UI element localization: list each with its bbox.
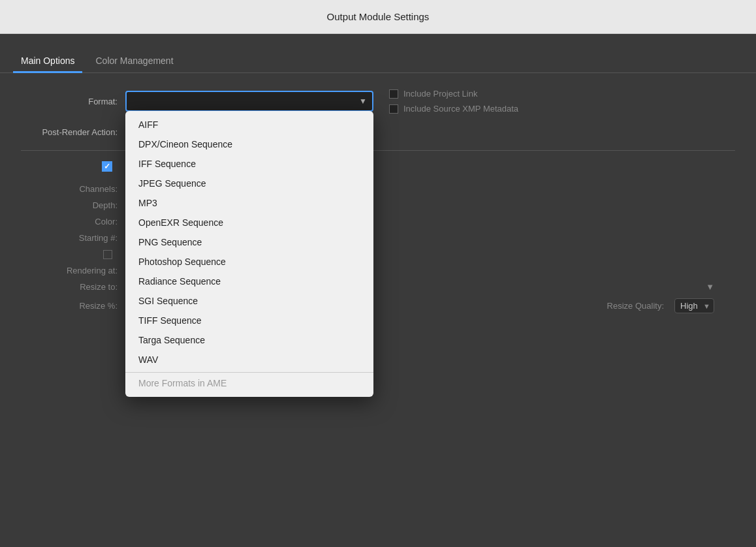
resize-quality-label: Resize Quality: [607,301,664,311]
format-dropdown-overlay: AIFF DPX/Cineon Sequence IFF Sequence JP… [125,111,373,397]
include-project-link-row: Include Project Link [389,89,518,99]
include-project-link-checkbox[interactable] [389,89,398,99]
resize-to-arrow: ▼ [706,282,714,292]
depth-label: Depth: [21,200,125,210]
dropdown-item-photoshop[interactable]: Photoshop Sequence [125,252,373,272]
dropdown-item-sgi[interactable]: SGI Sequence [125,291,373,311]
starting-num-label: Starting #: [21,233,125,243]
include-source-xmp-label: Include Source XMP Metadata [403,104,518,114]
dropdown-item-aiff[interactable]: AIFF [125,115,373,134]
dropdown-item-ame[interactable]: More Formats in AME [125,372,373,393]
video-output-checkbox[interactable]: ✓ [102,161,112,172]
include-source-xmp-checkbox[interactable] [389,104,398,114]
dropdown-item-jpeg[interactable]: JPEG Sequence [125,174,373,193]
right-options: Include Project Link Include Source XMP … [389,89,518,114]
window-title: Output Module Settings [327,11,430,22]
settings-panel: Format: ▼ Include Project Link Include S… [0,73,756,329]
format-dropdown-container: ▼ [125,91,373,112]
dropdown-item-tiff[interactable]: TIFF Sequence [125,311,373,330]
dropdown-item-mp3[interactable]: MP3 [125,193,373,213]
color-label: Color: [21,217,125,227]
include-source-xmp-row: Include Source XMP Metadata [389,104,518,114]
dropdown-item-targa[interactable]: Targa Sequence [125,330,373,350]
format-select[interactable] [125,91,373,112]
tab-main-options[interactable]: Main Options [13,50,82,73]
resize-quality-select[interactable]: High [674,298,714,313]
resize-pct-label: Resize %: [21,301,125,311]
include-project-link-label: Include Project Link [403,89,477,99]
tabs-bar: Main Options Color Management [0,34,756,73]
dropdown-item-iff[interactable]: IFF Sequence [125,154,373,174]
tab-color-management[interactable]: Color Management [87,50,181,73]
checkmark: ✓ [104,162,110,171]
title-bar: Output Module Settings [0,0,756,34]
dropdown-item-wav[interactable]: WAV [125,350,373,369]
channels-label: Channels: [21,184,125,194]
post-render-label: Post-Render Action: [21,127,125,137]
resize-checkbox[interactable] [103,250,112,259]
format-label: Format: [21,97,125,106]
format-dropdown-list: AIFF DPX/Cineon Sequence IFF Sequence JP… [125,111,373,397]
main-content: Main Options Color Management Format: ▼ … [0,34,756,547]
dropdown-item-openexr[interactable]: OpenEXR Sequence [125,213,373,232]
dropdown-item-png[interactable]: PNG Sequence [125,232,373,252]
rendering-at-label: Rendering at: [21,266,125,275]
dropdown-item-radiance[interactable]: Radiance Sequence [125,272,373,291]
dropdown-item-dpx[interactable]: DPX/Cineon Sequence [125,134,373,154]
resize-to-label: Resize to: [21,282,125,292]
format-row: Format: ▼ Include Project Link Include S… [21,89,735,114]
